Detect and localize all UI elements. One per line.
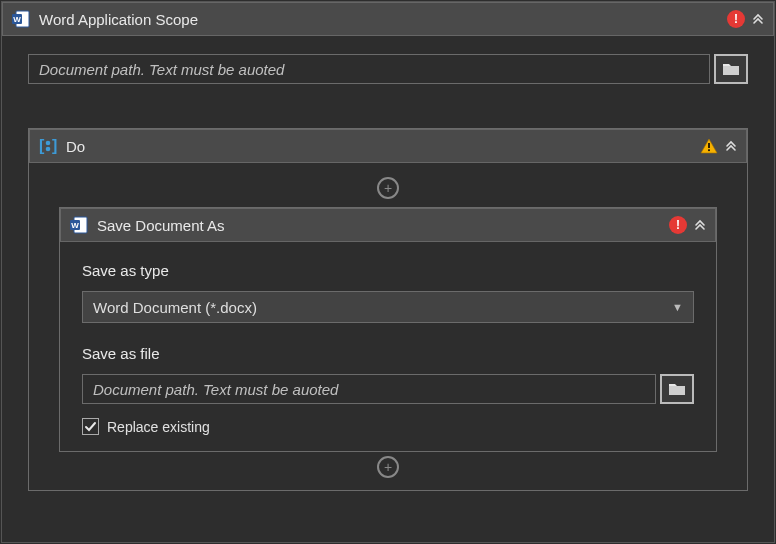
do-activity-header[interactable]: [ ] Do: [29, 129, 747, 163]
svg-text:[: [: [39, 137, 45, 154]
word-app-icon: W: [11, 9, 31, 29]
svg-rect-15: [669, 386, 685, 395]
save-as-type-dropdown[interactable]: Word Document (*.docx) ▼: [82, 291, 694, 323]
replace-existing-checkbox[interactable]: [82, 418, 99, 435]
do-activity-body: + W Save Document As: [29, 163, 747, 490]
save-activity-header[interactable]: W Save Document As !: [60, 208, 716, 242]
replace-existing-label: Replace existing: [107, 419, 210, 435]
browse-folder-button[interactable]: [714, 54, 748, 84]
save-activity-title: Save Document As: [97, 217, 661, 234]
error-icon[interactable]: !: [669, 216, 687, 234]
svg-point-6: [46, 141, 51, 146]
save-activity-body: Save as type Word Document (*.docx) ▼ Sa…: [60, 242, 716, 451]
svg-text:W: W: [71, 221, 79, 230]
save-as-type-label: Save as type: [82, 262, 694, 279]
svg-rect-4: [723, 66, 739, 75]
svg-point-7: [46, 147, 51, 152]
save-as-file-input[interactable]: [82, 374, 656, 404]
chevron-down-icon: ▼: [672, 301, 683, 313]
save-as-file-row: [82, 374, 694, 404]
word-app-icon: W: [69, 215, 89, 235]
save-as-type-value: Word Document (*.docx): [93, 299, 672, 316]
svg-rect-10: [708, 149, 710, 151]
save-as-file-label: Save as file: [82, 345, 694, 362]
sequence-icon: [ ]: [38, 136, 58, 156]
word-application-scope-activity: W Word Application Scope !: [1, 1, 775, 543]
outer-activity-title: Word Application Scope: [39, 11, 719, 28]
error-icon[interactable]: !: [727, 10, 745, 28]
warning-icon[interactable]: [700, 137, 718, 155]
collapse-toggle-icon[interactable]: [722, 137, 740, 155]
svg-text:]: ]: [52, 137, 57, 154]
svg-text:W: W: [13, 15, 21, 24]
svg-rect-9: [708, 143, 710, 148]
add-activity-button[interactable]: +: [377, 177, 399, 199]
document-path-input[interactable]: [28, 54, 710, 84]
do-activity-title: Do: [66, 138, 692, 155]
collapse-toggle-icon[interactable]: [691, 216, 709, 234]
save-document-as-activity: W Save Document As !: [59, 207, 717, 452]
document-path-row: [28, 54, 748, 84]
add-activity-button[interactable]: +: [377, 456, 399, 478]
replace-existing-row: Replace existing: [82, 418, 694, 435]
collapse-toggle-icon[interactable]: [749, 10, 767, 28]
outer-activity-body: [ ] Do: [2, 36, 774, 542]
do-sequence-activity: [ ] Do: [28, 128, 748, 491]
browse-folder-button[interactable]: [660, 374, 694, 404]
outer-activity-header[interactable]: W Word Application Scope !: [2, 2, 774, 36]
